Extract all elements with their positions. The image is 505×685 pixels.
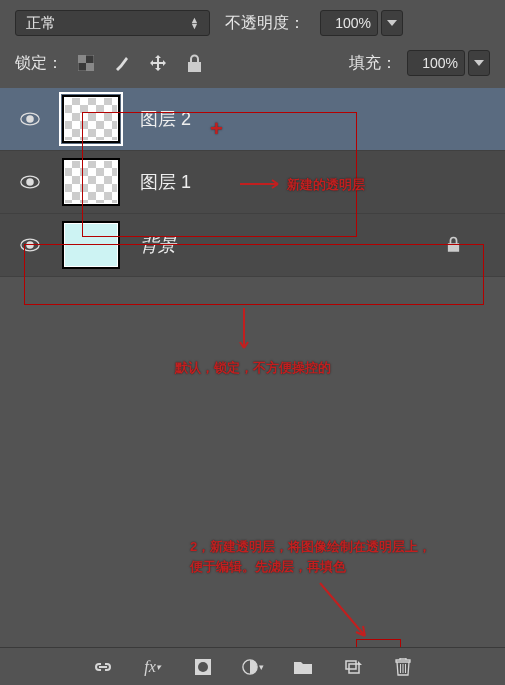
svg-point-8 (26, 241, 34, 249)
blend-mode-dropdown[interactable]: 正常 ▲▼ (15, 10, 210, 36)
layer-name[interactable]: 图层 1 (140, 170, 191, 194)
fill-value-input[interactable]: 100% (407, 50, 465, 76)
layer-name[interactable]: 图层 2 (140, 107, 191, 131)
annotation-text-3: 2，新建透明层，将图像绘制在透明层上，便于编辑。先滤层，再填色 (190, 537, 440, 577)
annotation-arrow-icon (310, 578, 380, 648)
visibility-toggle[interactable] (10, 238, 50, 252)
link-layers-icon[interactable] (92, 656, 114, 678)
blend-mode-label: 正常 (26, 14, 56, 33)
lock-pixels-icon[interactable] (75, 52, 97, 74)
opacity-dropdown-button[interactable] (381, 10, 403, 36)
new-layer-icon[interactable] (342, 656, 364, 678)
group-icon[interactable] (292, 656, 314, 678)
fx-icon[interactable]: fx▾ (142, 656, 164, 678)
layer-row[interactable]: 图层 1 (0, 151, 505, 214)
layer-row[interactable]: 背景 (0, 214, 505, 277)
fill-dropdown-button[interactable] (468, 50, 490, 76)
layer-thumbnail[interactable] (62, 221, 120, 269)
layers-list: 图层 2 图层 1 背景 (0, 88, 505, 277)
mask-icon[interactable] (192, 656, 214, 678)
svg-point-10 (198, 662, 208, 672)
svg-rect-2 (86, 63, 94, 71)
visibility-toggle[interactable] (10, 175, 50, 189)
svg-point-6 (26, 178, 34, 186)
lock-position-icon[interactable] (147, 52, 169, 74)
visibility-toggle[interactable] (10, 112, 50, 126)
annotation-text-2: 默认，锁定，不方便操控的 (175, 359, 331, 377)
lock-label: 锁定： (15, 53, 63, 74)
opacity-value-input[interactable]: 100% (320, 10, 378, 36)
layer-thumbnail[interactable] (62, 95, 120, 143)
dropdown-arrows-icon: ▲▼ (190, 17, 199, 29)
lock-icon (447, 236, 460, 255)
layer-row[interactable]: 图层 2 (0, 88, 505, 151)
svg-rect-1 (78, 55, 86, 63)
fill-label: 填充： (349, 53, 397, 74)
adjustment-layer-icon[interactable]: ▾ (242, 656, 264, 678)
layer-thumbnail[interactable] (62, 158, 120, 206)
lock-brush-icon[interactable] (111, 52, 133, 74)
opacity-label: 不透明度： (225, 13, 305, 34)
annotation-arrow-icon (238, 308, 250, 356)
lock-all-icon[interactable] (183, 52, 205, 74)
svg-point-4 (26, 115, 34, 123)
trash-icon[interactable] (392, 656, 414, 678)
bottom-toolbar: fx▾ ▾ (0, 647, 505, 685)
layer-name[interactable]: 背景 (140, 233, 176, 257)
